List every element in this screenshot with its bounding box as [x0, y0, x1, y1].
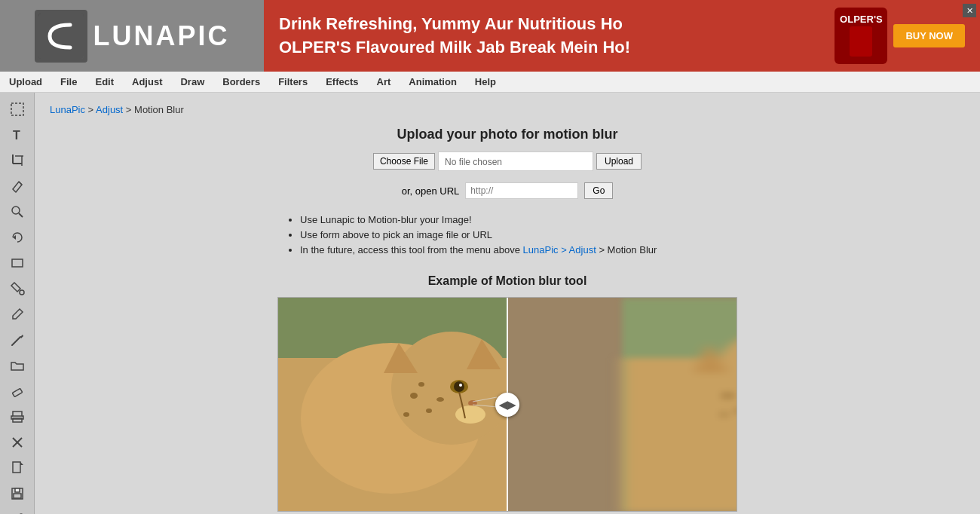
- svg-point-45: [455, 405, 485, 424]
- sidebar-eyedropper-icon[interactable]: [7, 304, 28, 325]
- sidebar-pencil-icon[interactable]: [7, 176, 28, 197]
- nav-animation[interactable]: Animation: [400, 72, 466, 91]
- url-input[interactable]: [465, 182, 578, 199]
- svg-line-9: [19, 213, 23, 217]
- svg-point-56: [720, 412, 729, 417]
- svg-rect-0: [38, 14, 84, 59]
- sidebar: T: [0, 93, 35, 514]
- ad-brand: OLPER'S: [840, 14, 883, 25]
- choose-file-button[interactable]: Choose File: [373, 153, 435, 170]
- sidebar-zoom-icon[interactable]: [7, 201, 28, 222]
- svg-rect-14: [12, 388, 22, 396]
- file-upload-row: Choose File No file chosen Upload: [50, 151, 965, 171]
- svg-rect-22: [14, 494, 21, 498]
- header: LUNAPIC ✕ Drink Refreshing, Yummy Aur Nu…: [0, 0, 980, 72]
- info-lunapic-link[interactable]: LunaPic > Adjust: [523, 244, 596, 255]
- info-bullet-1: Use Lunapic to Motion-blur your Image!: [300, 214, 733, 225]
- nav-edit[interactable]: Edit: [86, 72, 123, 91]
- svg-point-39: [426, 408, 432, 413]
- breadcrumb-current: Motion Blur: [134, 104, 184, 115]
- go-button[interactable]: Go: [584, 182, 613, 199]
- svg-rect-21: [15, 488, 20, 492]
- sidebar-brush-icon[interactable]: [7, 329, 28, 350]
- svg-rect-15: [13, 412, 22, 416]
- sidebar-print-icon[interactable]: [7, 406, 28, 427]
- no-file-chosen-label: No file chosen: [438, 151, 593, 171]
- svg-line-7: [19, 182, 22, 185]
- sidebar-folder-icon[interactable]: [7, 355, 28, 376]
- breadcrumb-adjust[interactable]: Adjust: [96, 104, 123, 115]
- nav-file[interactable]: File: [51, 72, 86, 91]
- svg-rect-19: [13, 462, 20, 473]
- example-section: Example of Motion blur tool: [50, 274, 965, 512]
- svg-point-35: [454, 381, 464, 392]
- upload-button[interactable]: Upload: [596, 153, 642, 170]
- ad-close-icon[interactable]: ✕: [963, 4, 976, 17]
- svg-point-31: [391, 332, 507, 445]
- after-image: [507, 298, 737, 511]
- sidebar-paint-icon[interactable]: [7, 278, 28, 299]
- svg-point-8: [12, 207, 20, 214]
- sidebar-text-icon[interactable]: T: [7, 124, 28, 145]
- sidebar-share-icon[interactable]: [7, 509, 28, 514]
- nav-effects[interactable]: Effects: [317, 72, 367, 91]
- ad-banner: ✕ Drink Refreshing, Yummy Aur Nutritious…: [264, 0, 980, 72]
- content-area: LunaPic > Adjust > Motion Blur Upload yo…: [35, 93, 980, 514]
- sidebar-save-icon[interactable]: [7, 483, 28, 504]
- svg-rect-11: [12, 259, 23, 267]
- nav-adjust[interactable]: Adjust: [123, 72, 171, 91]
- example-title: Example of Motion blur tool: [50, 274, 965, 288]
- sidebar-crop-icon[interactable]: [7, 150, 28, 171]
- ad-image-area: OLPER'S BUY NOW: [835, 8, 965, 64]
- upload-section: Upload your photo for motion blur Choose…: [50, 127, 965, 255]
- logo-area: LUNAPIC: [0, 0, 264, 72]
- nav-upload[interactable]: Upload: [0, 72, 51, 91]
- svg-rect-1: [11, 103, 23, 115]
- nav-filters[interactable]: Filters: [269, 72, 317, 91]
- breadcrumb: LunaPic > Adjust > Motion Blur: [50, 104, 965, 115]
- nav-art[interactable]: Art: [368, 72, 400, 91]
- info-bullet-3: In the future, access this tool from the…: [300, 244, 733, 255]
- info-section: Use Lunapic to Motion-blur your Image! U…: [281, 214, 733, 255]
- slider-handle[interactable]: ◀▶: [495, 393, 519, 417]
- nav-borders[interactable]: Borders: [213, 72, 269, 91]
- info-bullet-2: Use form above to pick an image file or …: [300, 229, 733, 240]
- svg-point-54: [722, 393, 734, 399]
- logo-letter: [38, 14, 84, 59]
- svg-point-38: [410, 393, 418, 399]
- nav-draw[interactable]: Draw: [171, 72, 213, 91]
- sidebar-select-icon[interactable]: [7, 99, 28, 120]
- example-image-container: ◀▶: [277, 297, 737, 512]
- sidebar-new-icon[interactable]: [7, 457, 28, 479]
- main-layout: T: [0, 93, 980, 514]
- logo-text: LUNAPIC: [93, 20, 230, 52]
- svg-point-41: [436, 397, 444, 402]
- svg-line-13: [12, 337, 20, 345]
- svg-text:T: T: [13, 129, 20, 142]
- breadcrumb-lunapic[interactable]: LunaPic: [50, 104, 85, 115]
- buy-now-button[interactable]: BUY NOW: [893, 24, 965, 47]
- sidebar-rotate-icon[interactable]: [7, 227, 28, 248]
- page-title: Upload your photo for motion blur: [50, 127, 965, 142]
- nav-help[interactable]: Help: [466, 72, 505, 91]
- logo-icon: [35, 10, 87, 63]
- url-label: or, open URL: [402, 185, 460, 197]
- nav-menu: Upload File Edit Adjust Draw Borders Fil…: [0, 72, 980, 93]
- svg-point-42: [418, 382, 424, 387]
- svg-point-40: [403, 412, 409, 417]
- sidebar-close-icon[interactable]: [7, 432, 28, 453]
- sidebar-eraser-icon[interactable]: [7, 381, 28, 402]
- svg-point-12: [20, 290, 24, 295]
- ad-text: Drink Refreshing, Yummy Aur Nutritious H…: [279, 13, 630, 60]
- ad-title: Drink Refreshing, Yummy Aur Nutritious H…: [279, 13, 630, 60]
- before-image: [278, 298, 507, 511]
- svg-point-36: [459, 384, 462, 387]
- url-row: or, open URL Go: [50, 182, 965, 199]
- sidebar-rect-icon[interactable]: [7, 252, 28, 274]
- slider-arrows: ◀▶: [499, 399, 516, 411]
